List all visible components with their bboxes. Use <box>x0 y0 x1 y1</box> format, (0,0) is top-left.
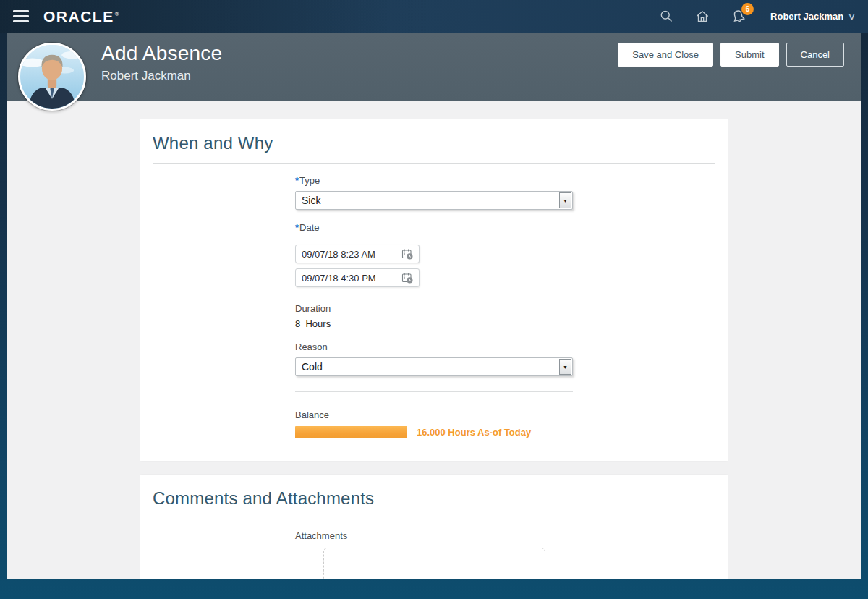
balance-bar <box>295 426 407 438</box>
select-arrow-icon: ▼ <box>559 192 571 208</box>
save-and-close-button[interactable]: Save and Close <box>618 43 713 67</box>
reason-selected-value: Cold <box>296 361 323 373</box>
page-subtitle: Robert Jackman <box>101 69 222 83</box>
type-label: *Type <box>295 175 573 186</box>
chevron-down-icon: ∨ <box>848 12 856 22</box>
when-and-why-section: When and Why *Type Sick ▼ *Date <box>140 119 728 461</box>
balance-row: 16.000 Hours As-of Today <box>295 426 573 438</box>
submit-button[interactable]: Submit <box>720 43 778 67</box>
section-divider <box>153 519 715 519</box>
user-menu[interactable]: Robert Jackman ∨ <box>770 11 855 22</box>
oracle-logo: ORACLE® <box>43 8 120 25</box>
attachments-label: Attachments <box>295 530 573 541</box>
end-date-field[interactable] <box>295 268 420 287</box>
end-date-calendar-icon[interactable] <box>400 271 414 285</box>
end-date-input[interactable] <box>297 273 400 284</box>
page-header-banner: Add Absence Robert Jackman Save and Clos… <box>7 33 861 101</box>
start-date-calendar-icon[interactable] <box>400 247 414 261</box>
required-marker: * <box>295 222 299 233</box>
reason-select[interactable]: Cold ▼ <box>295 357 573 376</box>
section-heading-comments-attachments: Comments and Attachments <box>153 475 715 509</box>
duration-value: 8 Hours <box>295 318 573 329</box>
notification-count-badge: 6 <box>741 3 754 15</box>
date-label: *Date <box>295 222 573 233</box>
balance-label: Balance <box>295 409 573 420</box>
registered-trademark: ® <box>115 11 120 17</box>
avatar <box>18 43 86 111</box>
comments-and-attachments-section: Comments and Attachments Attachments <box>140 475 728 579</box>
page-title: Add Absence <box>101 42 222 65</box>
notifications-bell-icon[interactable]: 6 <box>730 8 747 25</box>
balance-text: 16.000 Hours As-of Today <box>417 427 531 438</box>
start-date-input[interactable] <box>297 249 400 260</box>
search-icon[interactable] <box>658 8 675 25</box>
section-heading-when-and-why: When and Why <box>153 119 715 153</box>
top-navigation-bar: ORACLE® 6 Robert Jackman ∨ <box>0 0 868 33</box>
type-selected-value: Sick <box>296 195 320 206</box>
duration-label: Duration <box>295 303 573 314</box>
section-divider <box>153 163 715 164</box>
required-marker: * <box>295 175 299 186</box>
user-name: Robert Jackman <box>770 11 843 22</box>
select-arrow-icon: ▼ <box>559 359 571 375</box>
menu-icon[interactable] <box>13 10 29 22</box>
balance-divider <box>295 391 573 392</box>
cancel-button[interactable]: Cancel <box>786 43 844 67</box>
attachments-dropzone[interactable] <box>323 548 545 579</box>
page-content-frame: Add Absence Robert Jackman Save and Clos… <box>7 33 861 579</box>
start-date-field[interactable] <box>295 245 420 263</box>
reason-label: Reason <box>295 341 573 352</box>
type-select[interactable]: Sick ▼ <box>295 191 573 210</box>
home-icon[interactable] <box>694 8 711 25</box>
